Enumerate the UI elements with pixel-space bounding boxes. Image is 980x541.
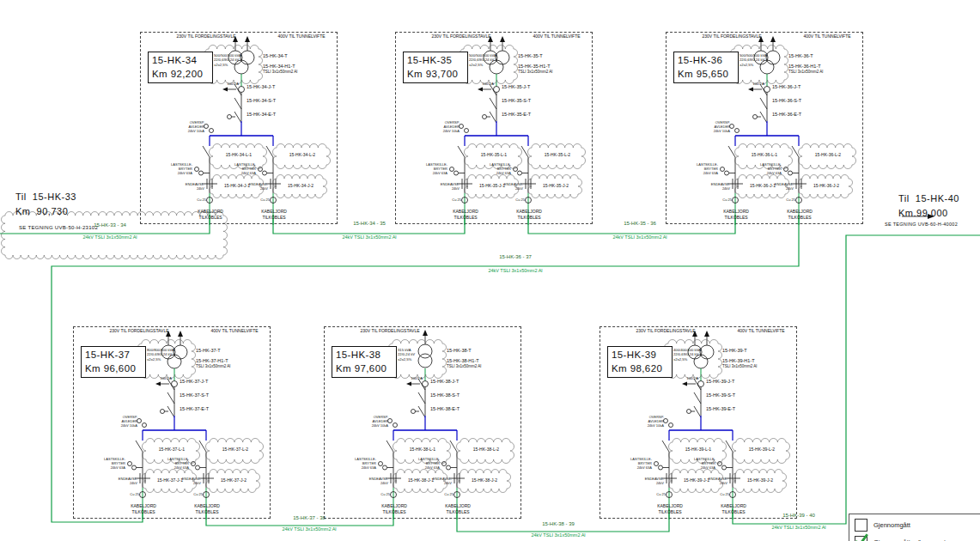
- exit-left-km: Km 90,730: [15, 206, 68, 216]
- joint-cloud-tag: 15-HK-37-J-1: [149, 478, 192, 483]
- disconnector-tag: 15-HK-35-S-T: [502, 98, 531, 103]
- feeder-400v-label: 400V TIL TUNNELVIFTE: [792, 34, 862, 40]
- disconnector-tag: 15-HK-36-S-T: [772, 98, 801, 103]
- arrester-micro-label: OVERSP. AVLEDER 24kV 10kA: [349, 416, 388, 428]
- exit-right-km: Km.99,000: [898, 208, 948, 218]
- transformer-rating-cloud: 500/500/500 kVA 22/0,69/0,24 kV ±2x2,5%: [469, 53, 515, 67]
- disconnector-tag: 15-HK-37-S-T: [180, 392, 209, 398]
- station-block: 230V TIL FORDELINGSTAVLE 400V TIL TUNNEL…: [73, 326, 271, 519]
- transformer-tag: 15-HK-37-T: [196, 348, 221, 353]
- station-title-box: 15-HK-37 Km 96,600: [81, 346, 146, 378]
- branch-switch-micro-label: LASTSKILLE- BRYTER 24kV 63A: [335, 458, 376, 470]
- checkbox-gjennomgatt-kommentar[interactable]: [855, 536, 867, 541]
- feeder-230v-label: 230V TIL FORDELINGSTAVLE: [612, 329, 719, 334]
- trafo-tap: ±2x2,5%: [214, 63, 260, 67]
- link-cable-type: 24kV TSLI 3x1x50mm2 Al: [451, 268, 580, 273]
- joint-cloud-tag: 15-HK-39-J-1: [675, 478, 718, 483]
- hv-cable-tag: 15-HK-34-H1-T: [263, 64, 295, 69]
- hv-cable-tag: 15-HK-36-H1-T: [788, 64, 821, 69]
- branch-switch-micro-label: LASTSKILLE- BRYTER 24kV 63A: [215, 163, 256, 175]
- hv-cable-tag: 15-HK-35-H1-T: [518, 64, 551, 69]
- trafo-tap: ±2x2,5%: [469, 63, 515, 67]
- feeder-cloud-tag: 15-HK-39-L-1: [675, 447, 721, 453]
- earthing-switch-tag: 15-HK-38-J-T: [430, 379, 459, 384]
- branch-switch-micro-label: LASTSKILLE- BRYTER 24kV 63A: [740, 163, 782, 175]
- branch-switch-micro-label: LASTSKILLE- BRYTER 24kV 63A: [470, 163, 511, 175]
- exit-right-drawing-ref: SE TEGNING UVB-60-H-40002: [885, 222, 958, 227]
- cable-earth-note: KABELJORD TILKOBLES: [771, 209, 828, 220]
- exit-left-to: Til 15-HK-33: [15, 191, 76, 202]
- breaker-tag: 15-HK-34-E-T: [247, 112, 276, 117]
- termination-micro-label: ENDEAVSL. 24kV: [701, 183, 730, 191]
- earth-micro-label: Cu 25: [709, 198, 732, 203]
- single-line-diagram-canvas: Til 15-HK-33Km 90,730 SE TEGNING UVB-50-…: [0, 0, 980, 541]
- earth-micro-label: Cu 25: [117, 493, 139, 497]
- earth-micro-label: Cu 25: [502, 198, 525, 203]
- earth-micro-label: Cu 25: [247, 198, 270, 203]
- earth-micro-label: Cu 25: [431, 493, 453, 497]
- link-cable-type: 24kV TSLI 3x1x50mm2 Al: [494, 532, 623, 538]
- cable-earth-note: KABELJORD TILKOBLES: [179, 503, 235, 514]
- feeder-400v-label: 400V TIL TUNNELVIFTE: [199, 329, 270, 334]
- transformer-tag: 15-HK-36-T: [788, 53, 813, 58]
- joint-cloud-tag: 15-HK-35-J-1: [471, 184, 514, 189]
- feeder-230v-label: 230V TIL FORDELINGSTAVLE: [679, 34, 785, 40]
- feeder-cloud-tag: 15-HK-37-L-2: [212, 447, 259, 453]
- earth-micro-label: Cu 25: [773, 198, 795, 203]
- earth-micro-label: Cu 25: [643, 493, 666, 497]
- transformer-rating-cloud: 800/800/800 kVA 22/0,69/0,24 kV ±2x2,5%: [147, 348, 193, 362]
- hv-cable-type: TSLI 3x1x50mm2 Al: [196, 364, 230, 368]
- hv-cable-tag: 15-HK-38-H1-T: [447, 358, 479, 363]
- breaker-tag: 15-HK-37-E-T: [180, 406, 209, 411]
- disconnector-tag: 15-HK-34-S-T: [247, 98, 276, 103]
- earth-micro-label: Cu 25: [439, 198, 461, 203]
- termination-micro-label: ENDEAVSL. 24kV: [108, 477, 137, 486]
- branch-switch-micro-label: LASTSKILLE- BRYTER 24kV 63A: [611, 458, 652, 470]
- hv-cable-tag: 15-HK-39-H1-T: [722, 358, 755, 363]
- green-check-icon: [854, 532, 869, 541]
- station-km: Km 92,200: [152, 69, 209, 80]
- transformer-tag: 15-HK-38-T: [447, 348, 472, 353]
- cable-earth-note: KABELJORD TILKOBLES: [501, 209, 557, 220]
- earth-micro-label: Cu 25: [707, 493, 729, 497]
- transformer-rating-cloud: 400/400/400 kVA 22/0,69/0,24 kV ±2x2,5%: [673, 348, 720, 362]
- trafo-tap: ±2x2,5%: [147, 357, 193, 362]
- transformer-tag: 15-HK-34-T: [263, 53, 288, 58]
- joint-cloud-tag: 15-HK-37-J-2: [212, 478, 255, 483]
- feeder-cloud-tag: 15-HK-34-L-2: [279, 153, 326, 158]
- station-km: Km 93,700: [407, 69, 464, 80]
- feeder-400v-label: 400V TIL TUNNELVIFTE: [266, 34, 337, 40]
- branch-switch-micro-label: LASTSKILLE- BRYTER 24kV 63A: [151, 163, 192, 175]
- arrester-micro-label: OVERSP. AVLEDER 24kV 10kA: [98, 416, 137, 428]
- station-id: 15-HK-35: [407, 55, 464, 66]
- breaker-tag: 15-HK-35-E-T: [502, 112, 531, 117]
- earthing-switch-tag: 15-HK-37-J-T: [180, 379, 208, 384]
- transformer-rating-cloud: 500/500/500 kVA 22/0,69/0,24 kV ±2x2,5%: [740, 53, 786, 67]
- station-block: 230V TIL FORDELINGSTAVLE 15-HK-38 Km 97,…: [324, 326, 521, 519]
- station-title-box: 15-HK-36 Km 95,650: [673, 52, 739, 83]
- station-id: 15-HK-39: [612, 350, 668, 361]
- checkbox-gjennomgatt[interactable]: [855, 519, 867, 532]
- exit-right-note: Til 15-HK-40Km.99,000: [898, 191, 959, 221]
- station-id: 15-HK-36: [678, 55, 734, 66]
- station-title-box: 15-HK-35 Km 93,700: [403, 52, 468, 83]
- transformer-tag: 15-HK-35-T: [518, 53, 543, 58]
- branch-switch-micro-label: LASTSKILLE- BRYTER 24kV 63A: [84, 458, 125, 470]
- earth-micro-label: Cu 25: [184, 198, 206, 203]
- station-block: 230V TIL FORDELINGSTAVLE 400V TIL TUNNEL…: [666, 32, 863, 224]
- feeder-230v-label: 230V TIL FORDELINGSTAVLE: [86, 329, 192, 334]
- hv-cable-type: TSLI 3x1x50mm2 Al: [788, 70, 823, 74]
- trafo-tap: ±2x2,5%: [740, 63, 786, 67]
- earth-micro-label: Cu 25: [180, 493, 203, 497]
- joint-cloud-tag: 15-HK-36-J-1: [741, 184, 784, 189]
- branch-switch-micro-label: LASTSKILLE- BRYTER 24kV 63A: [677, 163, 718, 175]
- cable-earth-note: KABELJORD TILKOBLES: [182, 209, 239, 220]
- joint-cloud-tag: 15-HK-34-J-2: [279, 184, 322, 189]
- arrester-micro-label: OVERSP. AVLEDER 24kV 10kA: [165, 121, 204, 133]
- feeder-cloud-tag: 15-HK-34-L-1: [216, 153, 262, 158]
- hv-cable-type: TSLI 3x1x50mm2 Al: [722, 364, 757, 368]
- arrester-micro-label: OVERSP. AVLEDER 24kV 10kA: [624, 416, 664, 428]
- joint-cloud-tag: 15-HK-39-J-2: [739, 478, 782, 483]
- branch-switch-micro-label: LASTSKILLE- BRYTER 24kV 63A: [148, 458, 189, 470]
- joint-cloud-tag: 15-HK-38-J-2: [463, 478, 506, 483]
